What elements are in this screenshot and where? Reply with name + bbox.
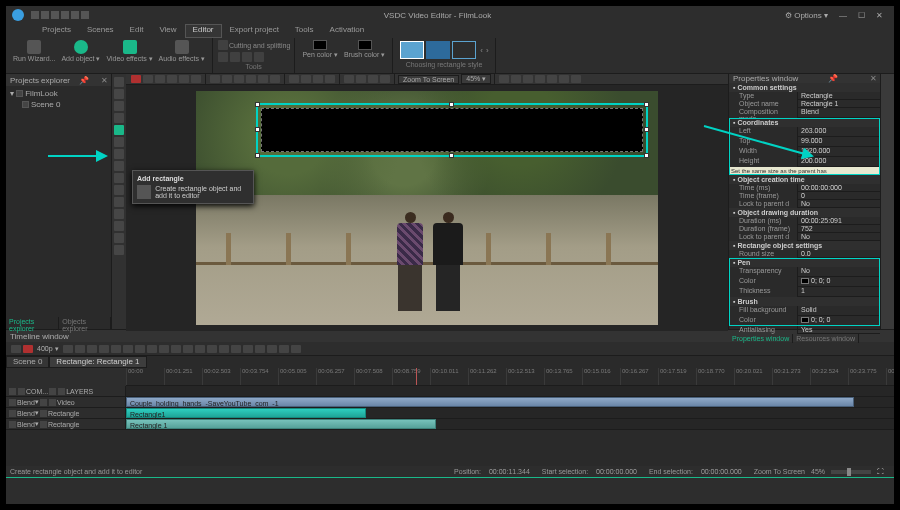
- tb-arrange-1[interactable]: [289, 75, 299, 83]
- prop-lock1[interactable]: No: [797, 200, 880, 208]
- brush-color-button[interactable]: Brush color ▾: [341, 39, 388, 60]
- cut-icon[interactable]: [218, 40, 228, 50]
- tl-tool-13[interactable]: [291, 345, 301, 353]
- resize-handle-tr[interactable]: [644, 102, 649, 107]
- tl-tool-8[interactable]: [231, 345, 241, 353]
- tl-prev-icon[interactable]: [63, 345, 73, 353]
- props-pin-icon[interactable]: 📌: [828, 74, 838, 83]
- tl-tool-9[interactable]: [243, 345, 253, 353]
- eye-icon[interactable]: [9, 410, 16, 417]
- tb-paste-icon[interactable]: [167, 75, 177, 83]
- clip-rect2[interactable]: Rectangle 1: [126, 419, 436, 429]
- menu-view[interactable]: View: [151, 24, 184, 38]
- tb-align-2[interactable]: [222, 75, 232, 83]
- eye-icon[interactable]: [9, 399, 16, 406]
- pen-color-button[interactable]: Pen color ▾: [299, 39, 341, 60]
- tb-arrange-3[interactable]: [313, 75, 323, 83]
- menu-edit[interactable]: Edit: [122, 24, 152, 38]
- rect-preset-2[interactable]: [426, 41, 450, 59]
- sect-common[interactable]: ▪ Common settings: [729, 83, 880, 92]
- tl-tool-4[interactable]: [183, 345, 193, 353]
- tab-projects-explorer[interactable]: Projects explorer: [6, 317, 59, 329]
- timeline-tab-rect[interactable]: Rectangle: Rectangle 1: [49, 356, 146, 368]
- timeline-tracks[interactable]: COM... LAYERS Blend ▾ Video Couple_holdi…: [6, 386, 894, 430]
- qa-new-icon[interactable]: [31, 11, 39, 19]
- sect-odd[interactable]: ▪ Object drawing duration: [729, 208, 880, 217]
- tool-icon-4[interactable]: [254, 52, 264, 62]
- status-zoom-pct[interactable]: 45%: [811, 468, 825, 475]
- vt-rectangle-icon[interactable]: [114, 125, 124, 135]
- tb-misc-5[interactable]: [547, 75, 557, 83]
- prop-dur-ms[interactable]: 00:00:25:091: [797, 217, 880, 225]
- add-object-button[interactable]: Add object ▾: [58, 39, 103, 64]
- close-button[interactable]: ✕: [870, 11, 888, 20]
- tl-tool-3[interactable]: [171, 345, 181, 353]
- titlebar[interactable]: VSDC Video Editor - FilmLook ⚙ Options ▾…: [6, 6, 894, 24]
- prop-aa[interactable]: Yes: [797, 326, 880, 334]
- tb-misc-4[interactable]: [535, 75, 545, 83]
- tl-play-icon[interactable]: [23, 345, 33, 353]
- prop-brush-color[interactable]: 0; 0; 0: [797, 316, 880, 326]
- panel-pin-icon[interactable]: 📌: [79, 76, 89, 85]
- tb-undo-icon[interactable]: [179, 75, 189, 83]
- prop-fill[interactable]: Solid: [797, 306, 880, 316]
- vt-text-icon[interactable]: [114, 89, 124, 99]
- resize-handle-ml[interactable]: [255, 127, 260, 132]
- sect-pen[interactable]: ▪ Pen: [729, 258, 880, 267]
- tb-misc-7[interactable]: [571, 75, 581, 83]
- tool-icon-3[interactable]: [242, 52, 252, 62]
- tl-mark-in[interactable]: [123, 345, 133, 353]
- tab-objects-explorer[interactable]: Objects explorer: [59, 317, 111, 329]
- tl-tool-10[interactable]: [255, 345, 265, 353]
- menu-activation[interactable]: Activation: [322, 24, 373, 38]
- menu-projects[interactable]: Projects: [34, 24, 79, 38]
- tl-tool-6[interactable]: [207, 345, 217, 353]
- rect-preset-next[interactable]: ›: [486, 46, 489, 55]
- vt-curve-icon[interactable]: [114, 113, 124, 123]
- tool-icon-2[interactable]: [230, 52, 240, 62]
- prop-pen-color[interactable]: 0; 0; 0: [797, 277, 880, 287]
- menu-scenes[interactable]: Scenes: [79, 24, 122, 38]
- tl-tool-7[interactable]: [219, 345, 229, 353]
- status-zoom-mode[interactable]: Zoom To Screen: [754, 468, 805, 475]
- vt-pointer-icon[interactable]: [114, 77, 124, 87]
- prop-round[interactable]: 0.0: [797, 250, 880, 258]
- menu-tools[interactable]: Tools: [287, 24, 322, 38]
- video-effects-button[interactable]: Video effects ▾: [103, 39, 155, 64]
- vt-tooltip-icon[interactable]: [114, 209, 124, 219]
- project-tree[interactable]: ▾ FilmLook Scene 0: [6, 86, 111, 317]
- qa-undo-icon[interactable]: [61, 11, 69, 19]
- rectangle-object[interactable]: [256, 103, 648, 157]
- tb-arrange-4[interactable]: [325, 75, 335, 83]
- tree-filmlook[interactable]: FilmLook: [25, 89, 57, 98]
- timeline-tab-scene[interactable]: Scene 0: [6, 356, 49, 368]
- menu-editor[interactable]: Editor: [185, 24, 222, 38]
- tb-align-6[interactable]: [270, 75, 280, 83]
- video-preview[interactable]: [196, 91, 658, 325]
- tb-align-5[interactable]: [258, 75, 268, 83]
- vt-spray-icon[interactable]: [114, 185, 124, 195]
- tab-resources[interactable]: Resources window: [793, 334, 859, 343]
- right-scrollbar[interactable]: [880, 74, 894, 329]
- tb-misc-2[interactable]: [511, 75, 521, 83]
- tb-align-1[interactable]: [210, 75, 220, 83]
- sect-brush[interactable]: ▪ Brush: [729, 297, 880, 306]
- tl-ff-icon[interactable]: [87, 345, 97, 353]
- rect-preset-prev[interactable]: ‹: [480, 46, 483, 55]
- tl-next-icon[interactable]: [99, 345, 109, 353]
- vt-free-icon[interactable]: [114, 149, 124, 159]
- tl-tool-1[interactable]: [147, 345, 157, 353]
- tl-loop-icon[interactable]: [111, 345, 121, 353]
- qa-save-icon[interactable]: [51, 11, 59, 19]
- tb-arrange-2[interactable]: [301, 75, 311, 83]
- tb-align-3[interactable]: [234, 75, 244, 83]
- resize-handle-bl[interactable]: [255, 153, 260, 158]
- zoom-slider[interactable]: [831, 470, 871, 474]
- audio-effects-button[interactable]: Audio effects ▾: [156, 39, 208, 64]
- vt-ext-icon[interactable]: [114, 245, 124, 255]
- tl-tool-12[interactable]: [279, 345, 289, 353]
- sect-ros[interactable]: ▪ Rectangle object settings: [729, 241, 880, 250]
- vt-shape-icon[interactable]: [114, 173, 124, 183]
- qa-open-icon[interactable]: [41, 11, 49, 19]
- vt-chart-icon[interactable]: [114, 161, 124, 171]
